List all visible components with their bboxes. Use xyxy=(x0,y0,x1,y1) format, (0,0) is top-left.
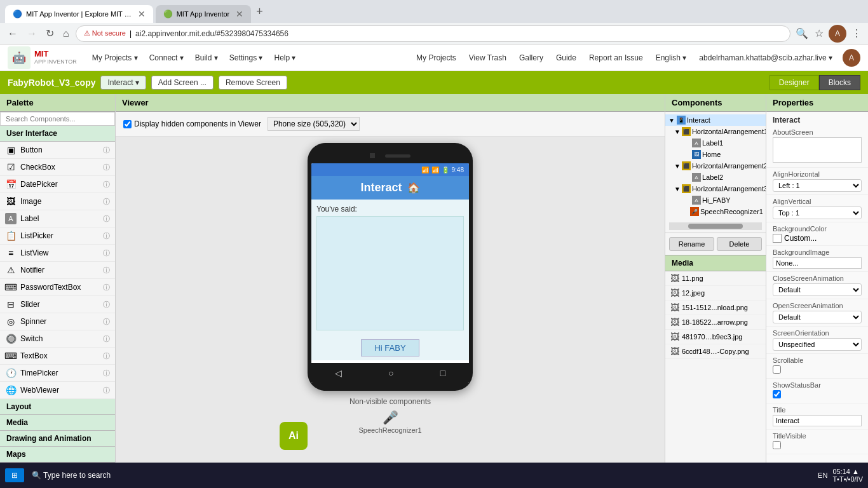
home-button[interactable]: ⌂ xyxy=(60,27,72,41)
search-taskbar[interactable]: 🔍 Type here to search xyxy=(27,468,116,482)
drawing-animation-section[interactable]: Drawing and Animation xyxy=(0,431,115,447)
comp-hi-faby[interactable]: ▶ A Hi_FABY xyxy=(665,194,766,206)
user-profile-avatar[interactable]: A xyxy=(843,49,860,67)
notifier-component[interactable]: ⚠ Notifier ⓘ xyxy=(0,262,115,279)
comp-interact[interactable]: ▼ 📱 Interact xyxy=(665,114,766,126)
designer-button[interactable]: Designer xyxy=(770,75,819,90)
switch-component[interactable]: 🔘 Switch ⓘ xyxy=(0,330,115,348)
background-color-swatch[interactable] xyxy=(773,234,782,243)
app-inventor-taskbar-icon[interactable]: Ai xyxy=(280,422,308,450)
remove-screen-button[interactable]: Remove Screen xyxy=(219,76,287,90)
close-animation-select[interactable]: Default xyxy=(773,283,862,296)
phone-recent-icon[interactable]: □ xyxy=(440,368,445,378)
title-input[interactable] xyxy=(773,415,862,426)
comp-label2[interactable]: ▶ A Label2 xyxy=(665,172,766,183)
add-screen-button[interactable]: Add Screen ... xyxy=(151,76,214,90)
comp-ha2[interactable]: ▼ ⬛ HorizontalArrangement2 xyxy=(665,160,766,172)
forward-button[interactable]: → xyxy=(24,27,39,41)
user-interface-section[interactable]: User Interface xyxy=(0,126,115,142)
expand-interact[interactable]: ▼ xyxy=(668,116,675,124)
image-component[interactable]: 🖼 Image ⓘ xyxy=(0,193,115,210)
align-horizontal-select[interactable]: Left : 1 Center : 3 Right : 2 xyxy=(773,179,862,192)
search-icon-button[interactable]: 🔍 xyxy=(794,26,810,41)
slider-component[interactable]: ⊟ Slider ⓘ xyxy=(0,296,115,313)
help-menu[interactable]: Help ▾ xyxy=(269,51,301,65)
build-menu[interactable]: Build ▾ xyxy=(190,51,223,65)
title-visible-checkbox[interactable] xyxy=(773,441,781,449)
align-vertical-select[interactable]: Top : 1 Center : 2 Bottom : 3 xyxy=(773,207,862,219)
checkbox-component[interactable]: ☑ CheckBox ⓘ xyxy=(0,159,115,176)
display-hidden-checkbox[interactable] xyxy=(123,120,132,128)
passwordtextbox-component[interactable]: ⌨ PasswordTextBox ⓘ xyxy=(0,279,115,296)
label-component[interactable]: A Label ⓘ xyxy=(0,210,115,227)
refresh-button[interactable]: ↻ xyxy=(43,26,57,41)
webviewer-component[interactable]: 🌐 WebViewer ⓘ xyxy=(0,382,115,399)
layout-section[interactable]: Layout xyxy=(0,399,115,415)
datepicker-component[interactable]: 📅 DatePicker ⓘ xyxy=(0,176,115,193)
comp-speech1[interactable]: ▶ 🎤 SpeechRecognizer1 xyxy=(665,206,766,217)
spinner-component[interactable]: ◎ Spinner ⓘ xyxy=(0,313,115,330)
show-status-bar-checkbox[interactable] xyxy=(773,390,781,398)
rename-button[interactable]: Rename xyxy=(669,237,714,251)
language-select[interactable]: English ▾ xyxy=(653,52,689,64)
scrollable-checkbox[interactable] xyxy=(773,365,781,374)
media-file-4[interactable]: 🖼 18-18522...arrow.png xyxy=(665,315,766,330)
display-hidden-label[interactable]: Display hidden components in Viewer xyxy=(123,119,261,128)
connect-menu[interactable]: Connect ▾ xyxy=(144,51,189,65)
search-components-input[interactable] xyxy=(0,112,115,126)
about-screen-textarea[interactable] xyxy=(773,137,862,163)
comp-ha1[interactable]: ▼ ⬛ HorizontalArrangement1 xyxy=(665,126,766,137)
report-issue-link[interactable]: Report an Issue xyxy=(587,52,646,64)
menu-button[interactable]: ⋮ xyxy=(850,26,863,41)
background-color-value[interactable]: Custom... xyxy=(784,234,817,243)
tab2-close[interactable]: ✕ xyxy=(236,9,243,19)
phone-size-select[interactable]: Phone size (505,320) xyxy=(268,117,360,131)
tab-2[interactable]: 🟢 MIT App Inventor ✕ xyxy=(156,5,252,23)
comp-ha3[interactable]: ▼ ⬛ HorizontalArrangement3 xyxy=(665,183,766,194)
hi-faby-button[interactable]: Hi FABY xyxy=(361,339,419,356)
media-file-2[interactable]: 🖼 12.jpeg xyxy=(665,286,766,301)
address-bar[interactable]: ⚠ Not secure | ai2.appinventor.mit.edu/#… xyxy=(76,25,790,42)
bookmark-button[interactable]: ☆ xyxy=(813,26,825,41)
media-file-6[interactable]: 🖼 6ccdf148…-Copy.png xyxy=(665,344,766,359)
start-button[interactable]: ⊞ xyxy=(5,468,24,482)
open-animation-select[interactable]: Default xyxy=(773,311,862,323)
media-file-5[interactable]: 🖼 481970…b9ec3.jpg xyxy=(665,330,766,344)
view-trash-link[interactable]: View Trash xyxy=(466,52,509,64)
timepicker-component[interactable]: 🕐 TimePicker ⓘ xyxy=(0,365,115,382)
media-palette-section[interactable]: Media xyxy=(0,415,115,431)
screen-orientation-select[interactable]: Unspecified Portrait Landscape xyxy=(773,338,862,351)
phone-home-nav-icon[interactable]: ○ xyxy=(388,368,393,378)
components-scrollbar[interactable] xyxy=(669,222,762,230)
media-file-1[interactable]: 🖼 11.png xyxy=(665,271,766,286)
expand-ha3[interactable]: ▼ xyxy=(674,185,681,193)
textbox-component[interactable]: ⌨ TextBox ⓘ xyxy=(0,348,115,365)
viewer-panel: Viewer Display hidden components in View… xyxy=(116,94,665,488)
listpicker-component[interactable]: 📋 ListPicker ⓘ xyxy=(0,227,115,245)
gallery-link[interactable]: Gallery xyxy=(517,52,546,64)
maps-section[interactable]: Maps xyxy=(0,447,115,463)
user-avatar[interactable]: A xyxy=(829,25,846,43)
my-projects-menu[interactable]: My Projects ▾ xyxy=(87,51,143,65)
tab1-close[interactable]: ✕ xyxy=(138,9,146,19)
comp-label1[interactable]: ▶ A Label1 xyxy=(665,137,766,149)
my-projects-link[interactable]: My Projects xyxy=(414,52,459,64)
interact-button[interactable]: Interact ▾ xyxy=(100,76,146,90)
expand-ha2[interactable]: ▼ xyxy=(674,162,681,170)
listview-component[interactable]: ≡ ListView ⓘ xyxy=(0,245,115,262)
guide-link[interactable]: Guide xyxy=(553,52,579,64)
tab-1[interactable]: 🔵 MIT App Inventor | Explore MIT … ✕ xyxy=(5,5,153,23)
settings-menu[interactable]: Settings ▾ xyxy=(224,51,268,65)
phone-back-icon[interactable]: ◁ xyxy=(335,368,342,378)
back-button[interactable]: ← xyxy=(5,27,20,41)
button-component[interactable]: ▣ Button ⓘ xyxy=(0,142,115,159)
user-email[interactable]: abdelrhaman.khattab@scib.azhar.live ▾ xyxy=(696,52,835,64)
expand-ha1[interactable]: ▼ xyxy=(674,128,681,135)
blocks-button[interactable]: Blocks xyxy=(819,75,860,90)
background-image-input[interactable] xyxy=(773,257,862,269)
speech1-icon: 🎤 xyxy=(690,207,699,216)
delete-button[interactable]: Delete xyxy=(717,237,762,251)
new-tab-button[interactable]: + xyxy=(251,5,268,18)
comp-home[interactable]: ▶ 🖼 Home xyxy=(665,149,766,160)
media-file-3[interactable]: 🖼 151-1512...nload.png xyxy=(665,301,766,315)
